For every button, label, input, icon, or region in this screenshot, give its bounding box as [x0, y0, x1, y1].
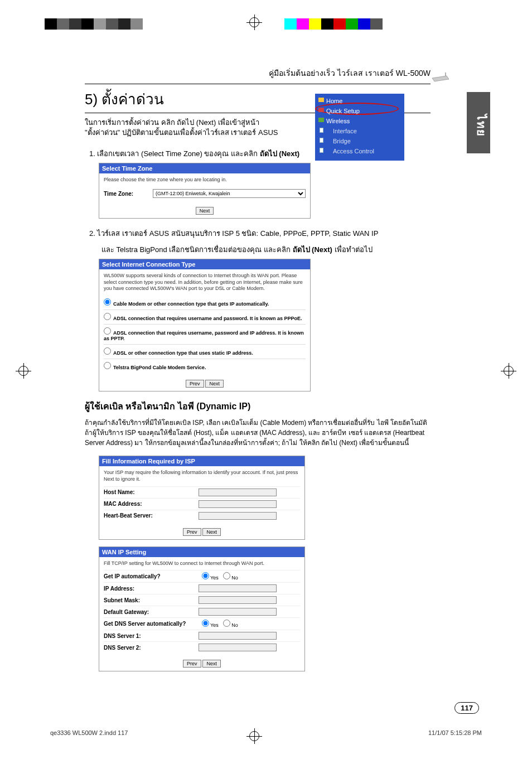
- subsection-title: ผู้ใช้เคเบิล หรือไดนามิก ไอพี (Dynamic I…: [85, 399, 431, 413]
- step-2: 2. ไวร์เลส เราเตอร์ ASUS สนับสนุนบริการ …: [89, 228, 431, 239]
- footer-timestamp: 11/1/07 5:15:28 PM: [428, 729, 482, 736]
- panel-title: Select Internet Connection Type: [99, 259, 310, 269]
- get-ip-yes[interactable]: [202, 572, 209, 579]
- footer-file: qe3336 WL500W 2.indd 117: [50, 729, 128, 736]
- step-2b: และ Telstra BigPond เลือกชนิดการเชื่อมต่…: [101, 244, 431, 255]
- panel-title: Fill Information Required by ISP: [99, 456, 304, 466]
- folder-icon: [318, 98, 324, 102]
- menu-interface[interactable]: Interface: [318, 126, 401, 136]
- wan-ip-panel: WAN IP Setting Fill TCP/IP setting for W…: [99, 547, 305, 672]
- folder-icon: [318, 108, 324, 112]
- registration-mark-icon: [15, 362, 32, 379]
- folder-icon: [318, 118, 324, 122]
- next-button[interactable]: Next: [202, 660, 221, 668]
- default-gateway-input[interactable]: [199, 608, 277, 616]
- next-button[interactable]: Next: [202, 528, 221, 536]
- prev-button[interactable]: Prev: [183, 528, 201, 536]
- heartbeat-server-input[interactable]: [199, 512, 277, 520]
- router-icon: [431, 72, 450, 83]
- panel-description: WL500W supports several kinds of connect…: [104, 273, 306, 292]
- print-color-strip-right: [284, 18, 383, 30]
- dns2-input[interactable]: [199, 644, 277, 651]
- document-icon: [320, 128, 323, 133]
- prev-button[interactable]: Prev: [186, 380, 204, 388]
- panel-title: Select Time Zone: [99, 163, 310, 173]
- document-icon: [320, 148, 323, 153]
- print-footer: qe3336 WL500W 2.indd 117 11/1/07 5:15:28…: [50, 729, 482, 736]
- timezone-panel: Select Time Zone Please choose the time …: [99, 163, 311, 219]
- conn-option-bigpond[interactable]: [104, 362, 111, 369]
- host-name-input[interactable]: [199, 489, 277, 496]
- dynamic-ip-paragraph: ถ้าคุณกำลังใช้บริการที่มีให้โดยเคเบิล IS…: [85, 418, 431, 448]
- get-dns-yes[interactable]: [202, 620, 209, 627]
- next-button[interactable]: Next: [205, 380, 224, 388]
- subnet-mask-input[interactable]: [199, 596, 277, 604]
- mac-address-input[interactable]: [199, 500, 277, 508]
- conn-option-cable[interactable]: [104, 298, 111, 306]
- timezone-select[interactable]: (GMT-12:00) Eniwetok, Kwajalein: [153, 189, 306, 198]
- registration-mark-icon: [500, 362, 517, 379]
- menu-quick-setup[interactable]: Quick Setup: [318, 106, 401, 116]
- menu-wireless[interactable]: Wireless: [318, 116, 401, 126]
- conn-option-static[interactable]: [104, 347, 111, 355]
- prev-button[interactable]: Prev: [183, 660, 201, 668]
- connection-type-panel: Select Internet Connection Type WL500W s…: [99, 259, 311, 391]
- next-button[interactable]: Next: [196, 207, 214, 215]
- page-number: 117: [454, 702, 479, 714]
- panel-title: WAN IP Setting: [99, 547, 304, 557]
- registration-mark-icon: [245, 14, 263, 32]
- get-dns-no[interactable]: [223, 620, 230, 627]
- ip-address-input[interactable]: [199, 584, 277, 592]
- menu-bridge[interactable]: Bridge: [318, 136, 401, 146]
- side-nav-menu: Home Quick Setup Wireless Interface Brid…: [315, 94, 404, 161]
- panel-description: Fill TCP/IP setting for WL500W to connec…: [104, 560, 300, 567]
- panel-description: Your ISP may require the following infor…: [104, 470, 300, 482]
- language-tab: ไทย: [467, 92, 490, 153]
- menu-access-control[interactable]: Access Control: [318, 146, 401, 156]
- page-header: คู่มือเริ่มต้นอย่างเร็ว ไวร์เลส เราเตอร์…: [85, 67, 431, 84]
- print-color-strip: [45, 18, 143, 30]
- header-title: คู่มือเริ่มต้นอย่างเร็ว ไวร์เลส เราเตอร์…: [269, 69, 431, 78]
- panel-description: Please choose the time zone where you ar…: [104, 177, 306, 183]
- menu-home[interactable]: Home: [318, 96, 401, 106]
- document-icon: [320, 138, 323, 143]
- intro-text: ในการเริ่มการตั้งค่าด่วน คลิก ถัดไป (Nex…: [85, 118, 308, 138]
- isp-info-panel: Fill Information Required by ISP Your IS…: [99, 456, 305, 539]
- dns1-input[interactable]: [199, 632, 277, 640]
- timezone-label: Time Zone:: [104, 191, 148, 197]
- conn-option-pppoe[interactable]: [104, 313, 111, 320]
- conn-option-pptp[interactable]: [104, 327, 111, 335]
- get-ip-no[interactable]: [223, 572, 230, 579]
